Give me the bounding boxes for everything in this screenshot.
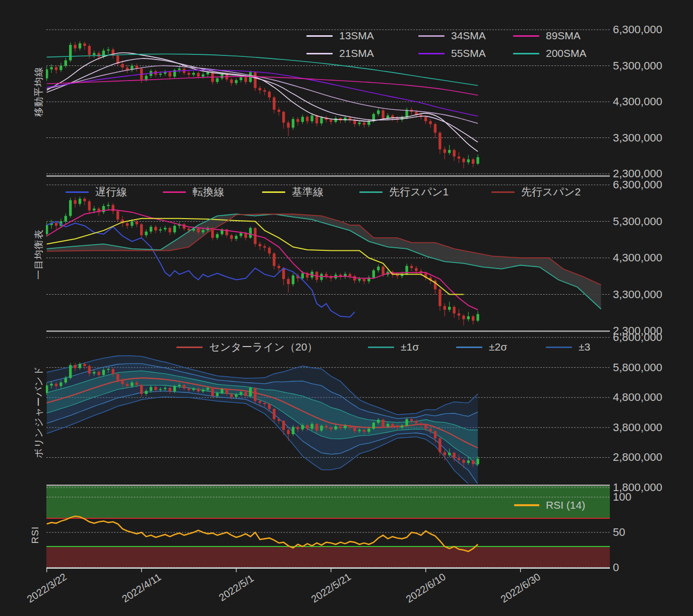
legend-swatch [163, 191, 186, 193]
legend-swatch [513, 35, 539, 37]
p2-candles [45, 196, 479, 325]
y-tick-label: 5,800,000 [613, 361, 662, 374]
legend-label: ±2σ [489, 341, 507, 353]
y-tick-label: 100 [613, 491, 632, 504]
legend-swatch [546, 347, 572, 348]
legend-item: ±3 [546, 340, 590, 354]
legend-swatch [368, 347, 394, 348]
legend-label: 13SMA [339, 30, 374, 42]
legend-swatch [418, 53, 445, 54]
y-tick-label: 0 [613, 561, 619, 574]
legend-label: 89SMA [546, 30, 581, 42]
legend-swatch [514, 504, 539, 506]
legend-item: 先行スパン2 [491, 185, 581, 198]
legend-item: ±1σ [368, 340, 419, 354]
legend-swatch [456, 347, 482, 348]
multi-panel-stock-chart: 移動平均線 一目均衡表 ボリンジャーバンド RSI 6,300,0005,300… [0, 0, 693, 616]
rsi-axis-title: RSI [30, 526, 41, 544]
legend-label: 基準線 [292, 185, 324, 199]
y-tick-label: 6,800,000 [613, 331, 662, 344]
y-tick-label: 6,300,000 [613, 178, 662, 191]
legend-item: 55SMA [418, 47, 486, 60]
rsi-zones [46, 486, 610, 568]
legend-label: RSI (14) [546, 499, 585, 511]
legend-item: 遅行線 [66, 185, 127, 198]
legend-label: 先行スパン1 [389, 185, 449, 199]
legend-label: 34SMA [451, 30, 486, 42]
panel3-axis-title: ボリンジャーバンド [32, 366, 45, 458]
panel1-axis-title: 移動平均線 [32, 66, 45, 117]
y-tick-label: 2,800,000 [613, 451, 662, 464]
legend-swatch [418, 35, 445, 37]
legend-item: RSI (14) [514, 499, 585, 512]
legend-item: 13SMA [306, 29, 374, 42]
y-tick-label: 5,300,000 [613, 215, 662, 228]
legend-item: 21SMA [306, 47, 374, 60]
p1-candles [45, 41, 479, 168]
legend-item: 先行スパン1 [359, 185, 449, 198]
legend-item: 基準線 [262, 185, 324, 198]
y-tick-label: 4,800,000 [613, 391, 662, 404]
legend-item: 89SMA [513, 29, 581, 42]
legend-label: 55SMA [451, 47, 486, 59]
legend-label: センターライン（20） [209, 340, 318, 354]
legend-label: ±1σ [401, 341, 419, 353]
legend-label: 転換線 [193, 185, 224, 199]
legend-item: センターライン（20） [176, 340, 318, 354]
y-tick-label: 3,800,000 [613, 421, 662, 434]
legend-label: 200SMA [546, 47, 587, 59]
legend-swatch [306, 53, 333, 54]
legend-item: 200SMA [513, 47, 587, 60]
legend-swatch [66, 191, 89, 193]
legend-item: 転換線 [163, 185, 224, 198]
legend-label: ±3 [579, 341, 590, 353]
legend-swatch [176, 347, 203, 348]
legend-item: ±2σ [456, 340, 507, 354]
y-tick-label: 4,300,000 [613, 251, 662, 264]
chart-canvas [0, 0, 693, 616]
legend-item: 34SMA [418, 29, 486, 42]
y-tick-label: 4,300,000 [613, 95, 662, 108]
legend-label: 遅行線 [95, 185, 127, 199]
legend-swatch [262, 191, 285, 193]
ichimoku-cloud [47, 214, 601, 309]
legend-swatch [513, 53, 539, 54]
legend-swatch [306, 35, 333, 37]
panel2-axis-title: 一目均衡表 [32, 229, 45, 280]
y-tick-label: 5,300,000 [613, 59, 662, 73]
legend-label: 先行スパン2 [521, 185, 581, 199]
y-tick-label: 6,300,000 [613, 23, 662, 36]
p1-sma-lines [47, 53, 478, 152]
y-tick-label: 50 [613, 526, 625, 539]
legend-label: 21SMA [339, 47, 374, 59]
legend-swatch [491, 191, 515, 193]
legend-swatch [359, 191, 383, 193]
bollinger-bands [47, 356, 478, 502]
y-tick-label: 3,300,000 [613, 288, 662, 301]
y-tick-label: 3,300,000 [613, 131, 662, 145]
